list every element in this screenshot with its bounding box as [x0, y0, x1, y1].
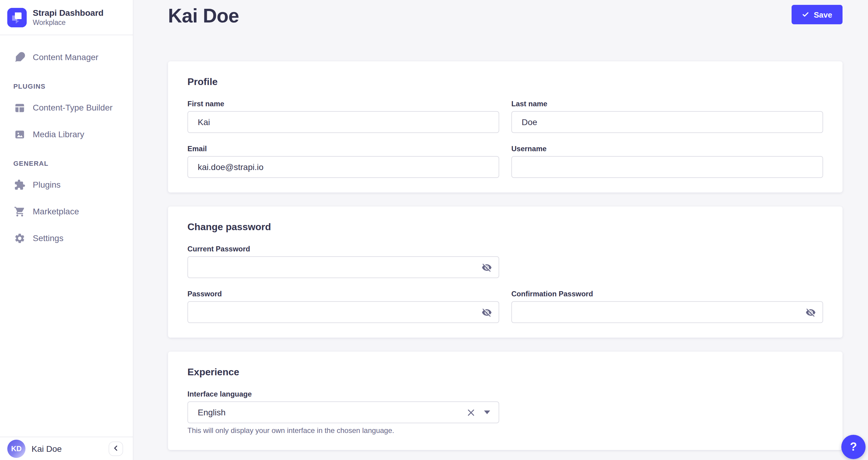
cart-icon: [13, 205, 26, 218]
sidebar-item-label: Media Library: [33, 130, 84, 139]
username-label: Username: [512, 144, 823, 154]
save-button[interactable]: Save: [791, 5, 842, 24]
feather-icon: [13, 51, 26, 63]
username-field[interactable]: [512, 156, 823, 178]
current-password-input[interactable]: [187, 256, 499, 278]
interface-language-field-group: Interface language English: [187, 389, 499, 435]
sidebar-section-general: GENERAL: [13, 160, 133, 167]
current-password-label: Current Password: [187, 244, 499, 254]
empty-grid-cell: [512, 244, 823, 278]
close-icon: [466, 408, 475, 417]
current-password-field-group: Current Password: [187, 244, 499, 278]
user-name: Kai Doe: [32, 444, 62, 454]
gear-icon: [13, 232, 26, 244]
confirm-password-field-group: Confirmation Password: [512, 289, 823, 323]
workspace-name: Workplace: [33, 19, 103, 27]
experience-card: Experience Interface language English: [168, 352, 842, 450]
sidebar-item-media-library[interactable]: Media Library: [0, 123, 133, 145]
check-icon: [802, 11, 809, 18]
sidebar-item-label: Marketplace: [33, 206, 79, 216]
first-name-field-group: First name: [187, 99, 499, 133]
email-label: Email: [187, 144, 499, 154]
toggle-password-visibility-button[interactable]: [480, 306, 493, 319]
sidebar-item-content-type-builder[interactable]: Content-Type Builder: [0, 96, 133, 118]
workspace-text: Strapi Dashboard Workplace: [33, 8, 103, 27]
main-content: Kai Doe Save Profile First name: [133, 0, 868, 460]
toggle-confirm-password-visibility-button[interactable]: [804, 306, 817, 319]
interface-language-label: Interface language: [187, 389, 499, 399]
sidebar: Strapi Dashboard Workplace Content Manag…: [0, 0, 133, 460]
change-password-card: Change password Current Password: [168, 206, 842, 338]
last-name-field-group: Last name: [512, 99, 823, 133]
sidebar-item-label: Content Manager: [33, 52, 98, 62]
empty-grid-cell: [512, 389, 823, 435]
password-input[interactable]: [187, 301, 499, 323]
help-button[interactable]: ?: [841, 435, 866, 459]
password-label: Password: [187, 289, 499, 299]
eye-off-icon: [481, 307, 492, 317]
sidebar-footer: KD Kai Doe: [0, 437, 133, 460]
toggle-current-password-visibility-button[interactable]: [480, 260, 493, 274]
chevron-down-icon: [484, 410, 490, 414]
sidebar-section-plugins: PLUGINS: [13, 83, 133, 90]
page-title: Kai Doe: [168, 5, 239, 27]
clear-language-button[interactable]: [465, 406, 477, 419]
username-field-group: Username: [512, 144, 823, 178]
page-header: Kai Doe Save: [168, 4, 842, 61]
first-name-input[interactable]: [187, 111, 499, 133]
last-name-label: Last name: [512, 99, 823, 109]
sidebar-item-label: Settings: [33, 233, 63, 243]
password-section-title: Change password: [187, 221, 823, 233]
save-button-label: Save: [814, 10, 832, 19]
sidebar-item-settings[interactable]: Settings: [0, 227, 133, 249]
eye-off-icon: [481, 262, 492, 272]
sidebar-nav: Content Manager PLUGINS Content-Type Bui…: [0, 35, 133, 437]
email-field-group: Email: [187, 144, 499, 178]
picture-icon: [13, 128, 26, 140]
puzzle-icon: [13, 178, 26, 191]
open-language-dropdown-button[interactable]: [483, 408, 491, 416]
sidebar-item-content-manager[interactable]: Content Manager: [0, 46, 133, 68]
strapi-admin-app: Strapi Dashboard Workplace Content Manag…: [0, 0, 868, 460]
eye-off-icon: [805, 307, 815, 317]
confirm-password-input[interactable]: [512, 301, 823, 323]
last-name-input[interactable]: [512, 111, 823, 133]
interface-language-value: English: [198, 407, 226, 417]
workspace-header[interactable]: Strapi Dashboard Workplace: [0, 0, 133, 35]
sidebar-collapse-button[interactable]: [108, 441, 123, 456]
chevron-left-icon: [112, 444, 120, 453]
layout-icon: [13, 102, 26, 114]
avatar[interactable]: KD: [7, 440, 26, 458]
email-field[interactable]: [187, 156, 499, 178]
interface-language-select[interactable]: English: [187, 401, 499, 423]
first-name-label: First name: [187, 99, 499, 109]
sidebar-item-plugins[interactable]: Plugins: [0, 174, 133, 196]
sidebar-item-label: Plugins: [33, 180, 61, 190]
interface-language-help: This will only display your own interfac…: [187, 426, 499, 435]
sidebar-item-marketplace[interactable]: Marketplace: [0, 200, 133, 222]
strapi-logo-icon: [7, 8, 27, 27]
profile-section-title: Profile: [187, 76, 823, 88]
sidebar-item-label: Content-Type Builder: [33, 103, 113, 112]
experience-section-title: Experience: [187, 366, 823, 378]
profile-card: Profile First name Last name: [168, 61, 842, 193]
confirm-password-label: Confirmation Password: [512, 289, 823, 299]
app-title: Strapi Dashboard: [33, 8, 103, 18]
password-field-group: Password: [187, 289, 499, 323]
